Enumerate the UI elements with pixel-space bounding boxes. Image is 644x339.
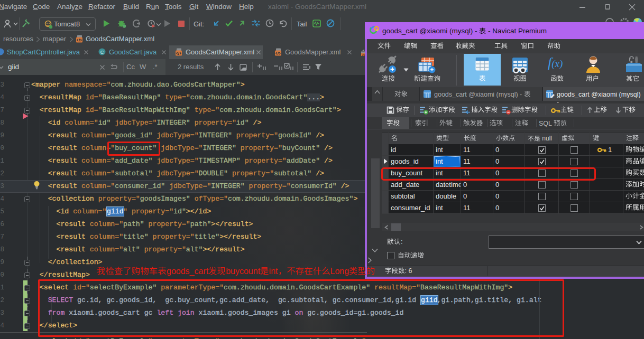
svg-text:C: C [100, 50, 104, 55]
